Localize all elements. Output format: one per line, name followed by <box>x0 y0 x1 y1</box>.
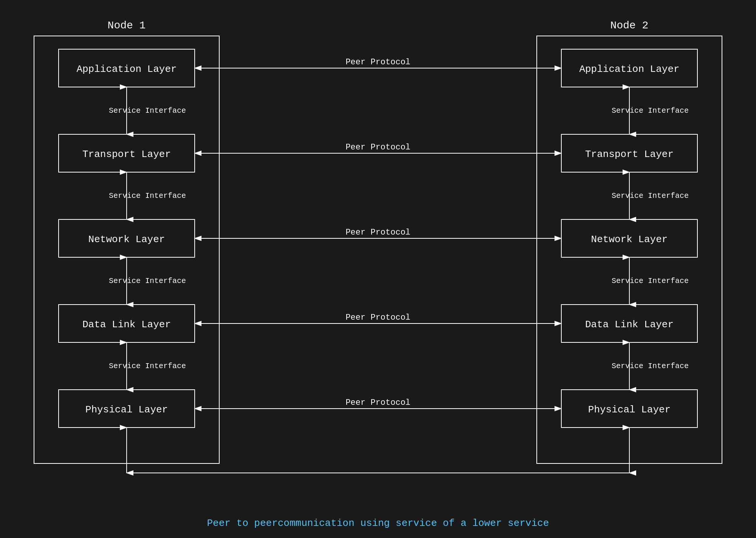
node1-transport-label: Transport Layer <box>82 149 171 160</box>
node1-datalink-label: Data Link Layer <box>82 319 171 330</box>
node2-transport-network-service-label: Service Interface <box>612 191 689 200</box>
node2-application-label: Application Layer <box>579 64 679 75</box>
node2-datalink-label: Data Link Layer <box>585 319 674 330</box>
datalink-peer-label: Peer Protocol <box>345 313 411 322</box>
node2-physical-label: Physical Layer <box>588 404 671 415</box>
node1-datalink-physical-service-label: Service Interface <box>109 362 186 370</box>
node1-label: Node 1 <box>108 20 146 31</box>
node1-app-transport-service-label: Service Interface <box>109 106 186 115</box>
node2-transport-label: Transport Layer <box>585 149 674 160</box>
node1-application-label: Application Layer <box>76 64 177 75</box>
caption: Peer to peercommunication using service … <box>207 518 549 529</box>
node1-network-datalink-service-label: Service Interface <box>109 277 186 285</box>
node1-network-label: Network Layer <box>88 234 165 245</box>
node1-physical-label: Physical Layer <box>85 404 168 415</box>
node1-transport-network-service-label: Service Interface <box>109 191 186 200</box>
node2-app-transport-service-label: Service Interface <box>612 106 689 115</box>
transport-peer-label: Peer Protocol <box>345 143 411 152</box>
node2-network-datalink-service-label: Service Interface <box>612 277 689 285</box>
node2-network-label: Network Layer <box>591 234 668 245</box>
node2-label: Node 2 <box>610 20 649 31</box>
node2-datalink-physical-service-label: Service Interface <box>612 362 689 370</box>
physical-peer-label: Peer Protocol <box>345 398 411 407</box>
application-peer-label: Peer Protocol <box>345 58 411 67</box>
network-peer-label: Peer Protocol <box>345 228 411 237</box>
